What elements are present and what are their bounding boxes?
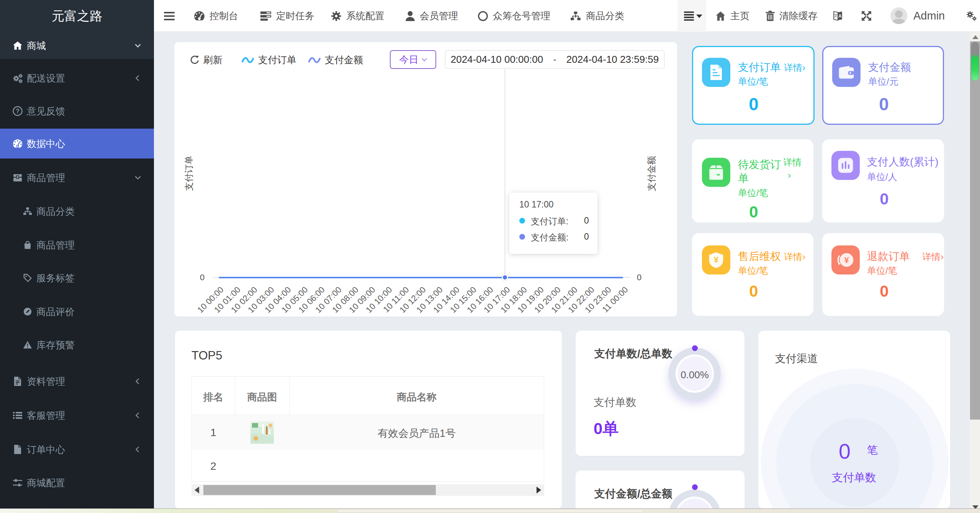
svg-text:¥: ¥: [714, 255, 718, 265]
svg-text:?: ?: [16, 108, 20, 114]
svg-text:文: 文: [834, 13, 838, 18]
svg-text:¥: ¥: [844, 255, 849, 265]
svg-text:A: A: [838, 13, 842, 19]
